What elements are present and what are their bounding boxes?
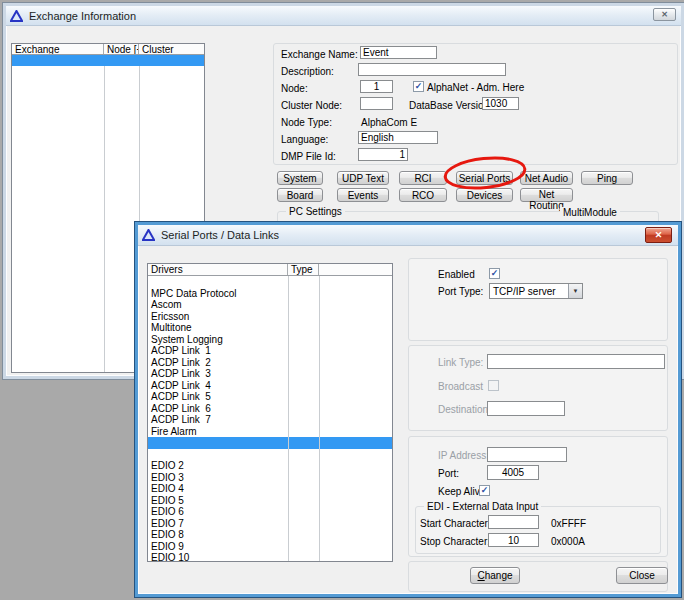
- serial-dialog-title: Serial Ports / Data Links: [161, 229, 279, 241]
- change-button[interactable]: Change: [470, 567, 520, 584]
- database-version-input[interactable]: [482, 97, 519, 110]
- list-item[interactable]: Ascom: [148, 288, 392, 300]
- port-type-value: TCP/IP server: [490, 286, 568, 297]
- multimodule-label: MultiModule: [560, 207, 620, 218]
- node-type-label: Node Type:: [281, 117, 332, 128]
- description-label: Description:: [281, 66, 334, 77]
- table-row[interactable]: Event 1: [12, 55, 204, 66]
- alphanet-checkbox[interactable]: [413, 81, 424, 92]
- dmp-file-id-label: DMP File Id:: [281, 151, 336, 162]
- ip-address-label: IP Address:: [438, 450, 489, 461]
- list-item[interactable]: EDIO 4: [148, 472, 392, 484]
- serial-ports-dialog: Serial Ports / Data Links ✕ Drivers Type…: [135, 222, 681, 597]
- list-item[interactable]: ACDP Link 3: [148, 357, 392, 369]
- exchange-action-button[interactable]: System: [277, 171, 323, 185]
- exchange-buttons-row1: SystemUDP TextRCISerial PortsNet AudioPi…: [277, 171, 633, 185]
- drivers-list-header[interactable]: Drivers Type: [148, 264, 392, 276]
- exchange-name-input[interactable]: [360, 46, 437, 59]
- list-item[interactable]: Multitone: [148, 311, 392, 323]
- start-character-hex: 0xFFFF: [551, 518, 586, 529]
- list-item[interactable]: EDIO 5: [148, 483, 392, 495]
- column-separator: [104, 55, 105, 372]
- list-item[interactable]: ACDP Link 2: [148, 345, 392, 357]
- list-item[interactable]: ACDP Link 7: [148, 403, 392, 415]
- exchange-action-button[interactable]: Net Routing: [520, 188, 573, 202]
- alphanet-label: AlphaNet - Adm. Here: [427, 82, 524, 93]
- dmp-file-id-input[interactable]: [358, 148, 408, 161]
- list-item[interactable]: EDIO 6: [148, 495, 392, 507]
- list-item[interactable]: EDIO 7: [148, 506, 392, 518]
- column-header-type[interactable]: Type: [288, 264, 319, 275]
- exchange-action-button[interactable]: Net Audio: [520, 171, 573, 185]
- exchange-dialog-titlebar[interactable]: Exchange Information ✕: [6, 6, 681, 26]
- broadcast-checkbox[interactable]: [488, 380, 499, 391]
- list-item[interactable]: ACDP Link 4: [148, 368, 392, 380]
- stop-character-input[interactable]: [488, 533, 539, 547]
- exchange-action-button[interactable]: Ping: [581, 171, 633, 185]
- language-label: Language:: [281, 134, 328, 145]
- exchange-dialog-title: Exchange Information: [29, 10, 136, 22]
- stop-character-hex: 0x000A: [551, 536, 585, 547]
- list-item[interactable]: EDIO 3: [148, 460, 392, 472]
- column-separator: [319, 276, 320, 561]
- close-icon[interactable]: ✕: [653, 8, 676, 21]
- language-input[interactable]: [358, 131, 438, 144]
- destination-label: Destination:: [438, 404, 491, 415]
- link-type-label: Link Type:: [438, 357, 483, 368]
- exchange-action-button[interactable]: UDP Text: [337, 171, 389, 185]
- exchange-action-button[interactable]: RCI: [399, 171, 447, 185]
- node-input[interactable]: [360, 80, 393, 93]
- exchange-table-body: Event 1: [12, 55, 204, 66]
- list-item[interactable]: ACDP Link 6: [148, 391, 392, 403]
- start-character-label: Start Character:: [420, 518, 491, 529]
- column-header-drivers[interactable]: Drivers: [148, 264, 288, 275]
- close-button[interactable]: Close: [616, 567, 668, 584]
- drivers-list[interactable]: Drivers Type MPC Data Protocol Ascom Eri…: [147, 263, 393, 562]
- list-item[interactable]: EDIO 10: [148, 541, 392, 553]
- list-item[interactable]: System Logging: [148, 322, 392, 334]
- pc-settings-label: PC Settings: [286, 206, 345, 217]
- port-input[interactable]: [487, 465, 539, 480]
- port-type-label: Port Type:: [438, 286, 483, 297]
- drivers-list-body: MPC Data Protocol Ascom Ericsson Multito…: [148, 276, 392, 552]
- column-header-node[interactable]: Node [+]: [104, 44, 139, 54]
- column-header-exchange[interactable]: Exchange: [12, 44, 104, 54]
- cluster-node-input[interactable]: [360, 97, 393, 110]
- exchange-name-label: Exchange Name:: [281, 49, 358, 60]
- list-item[interactable]: Fire Alarm: [148, 414, 392, 426]
- list-item[interactable]: Inter Module: [148, 426, 392, 438]
- description-input[interactable]: [358, 63, 506, 76]
- serial-dialog-titlebar[interactable]: Serial Ports / Data Links ✕: [138, 225, 678, 246]
- exchange-action-button[interactable]: RCO: [399, 188, 447, 202]
- list-item[interactable]: EDIO 1 Srv: [148, 437, 392, 449]
- list-item[interactable]: EDIO 8: [148, 518, 392, 530]
- exchange-action-button[interactable]: Board: [277, 188, 323, 202]
- ip-address-input[interactable]: [487, 447, 567, 462]
- list-item[interactable]: ACDP Link 5: [148, 380, 392, 392]
- list-item[interactable]: ACDP Link 1: [148, 334, 392, 346]
- exchange-action-button[interactable]: Serial Ports: [456, 171, 513, 185]
- exchange-table-header[interactable]: Exchange Node [+] Cluster: [12, 44, 204, 55]
- chevron-down-icon[interactable]: ▼: [568, 284, 582, 298]
- stop-character-label: Stop Character:: [420, 536, 490, 547]
- database-version-label: DataBase Version:: [409, 100, 492, 111]
- close-icon[interactable]: ✕: [645, 227, 672, 243]
- list-item[interactable]: EDIO 9: [148, 529, 392, 541]
- list-item[interactable]: MPC Data Protocol: [148, 276, 392, 288]
- list-item[interactable]: EDIO 2: [148, 449, 392, 461]
- destination-input[interactable]: [487, 401, 565, 416]
- column-header-cluster[interactable]: Cluster: [139, 44, 204, 54]
- enabled-label: Enabled: [438, 269, 475, 280]
- edi-group-label: EDI - External Data Input: [424, 501, 541, 512]
- exchange-action-button[interactable]: Devices: [456, 188, 513, 202]
- keep-alive-checkbox[interactable]: [479, 485, 490, 496]
- enabled-checkbox[interactable]: [489, 268, 500, 279]
- link-type-input[interactable]: [487, 354, 665, 369]
- column-header-blank[interactable]: [319, 264, 392, 275]
- port-label: Port:: [438, 468, 459, 479]
- start-character-input[interactable]: [488, 515, 539, 529]
- exchange-action-button[interactable]: Events: [337, 188, 389, 202]
- cluster-node-label: Cluster Node:: [281, 100, 342, 111]
- port-type-select[interactable]: TCP/IP server ▼: [489, 283, 583, 299]
- list-item[interactable]: Ericsson: [148, 299, 392, 311]
